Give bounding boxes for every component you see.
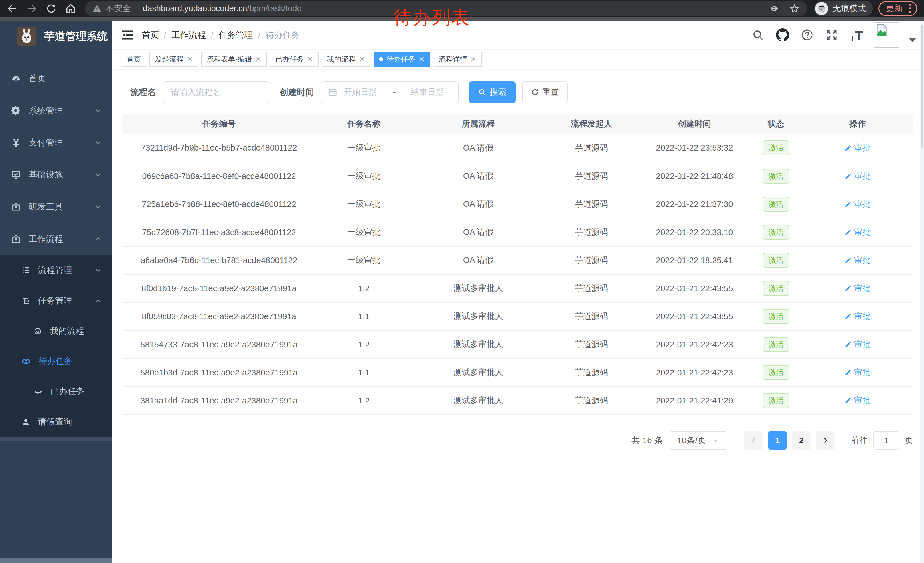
cell-task-name: 1.1 bbox=[315, 302, 412, 330]
browser-home-button[interactable] bbox=[64, 2, 77, 15]
sidebar-item-leave-query[interactable]: 请假查询 bbox=[0, 406, 112, 437]
table-row: a6aba0a4-7b6d-11ec-b781-acde48001122 一级审… bbox=[123, 246, 914, 274]
approve-link[interactable]: 审批 bbox=[844, 311, 871, 322]
browser-forward-button[interactable] bbox=[25, 2, 38, 15]
tab-label: 发起流程 bbox=[155, 54, 183, 64]
approve-link[interactable]: 审批 bbox=[844, 255, 871, 266]
sidebar-item-process-management[interactable]: 流程管理 bbox=[0, 255, 112, 285]
browser-update-button[interactable]: 更新 bbox=[879, 1, 917, 16]
sidebar-collapse-button[interactable] bbox=[121, 29, 134, 42]
status-badge: 激活 bbox=[763, 393, 789, 408]
tab-close-icon[interactable]: ✕ bbox=[419, 55, 424, 63]
page-button-2[interactable]: 2 bbox=[792, 431, 811, 450]
toolbox-icon bbox=[11, 201, 21, 212]
goto-page-input[interactable] bbox=[873, 431, 899, 450]
approve-link[interactable]: 审批 bbox=[844, 395, 871, 406]
cell-task-id: a6aba0a4-7b6d-11ec-b781-acde48001122 bbox=[123, 246, 315, 274]
browser-refresh-button[interactable] bbox=[45, 2, 58, 15]
tab-close-icon[interactable]: ✕ bbox=[187, 55, 193, 63]
view-tab[interactable]: 流程详情 ✕ bbox=[433, 51, 482, 67]
bookmark-star-icon[interactable] bbox=[789, 3, 800, 14]
breadcrumb-home[interactable]: 首页 bbox=[142, 29, 159, 41]
page-button-1[interactable]: 1 bbox=[768, 431, 787, 450]
browser-back-button[interactable] bbox=[6, 2, 19, 15]
browser-menu-icon[interactable] bbox=[908, 3, 912, 14]
end-date-placeholder: 结束日期 bbox=[411, 87, 444, 98]
cell-process: 测试多审批人 bbox=[412, 302, 544, 330]
chevron-down-icon bbox=[94, 171, 102, 179]
sidebar-item-workflow[interactable]: 工作流程 bbox=[0, 223, 112, 255]
approve-link[interactable]: 审批 bbox=[844, 283, 871, 294]
sidebar-item-task-management[interactable]: 任务管理 bbox=[0, 285, 112, 316]
sidebar-item-dev-tools[interactable]: 研发工具 bbox=[0, 191, 112, 223]
sidebar-item-infrastructure[interactable]: 基础设施 bbox=[0, 159, 112, 191]
search-button[interactable]: 搜索 bbox=[469, 81, 516, 103]
page-size-select[interactable]: 10条/页 bbox=[670, 431, 726, 450]
github-link[interactable] bbox=[775, 27, 790, 42]
reset-button[interactable]: 重置 bbox=[522, 81, 568, 103]
question-circle-icon bbox=[801, 29, 813, 41]
sidebar-item-system[interactable]: 系统管理 bbox=[0, 95, 112, 126]
tab-close-icon[interactable]: ✕ bbox=[255, 55, 261, 63]
tab-close-icon[interactable]: ✕ bbox=[308, 55, 313, 63]
edit-pencil-icon bbox=[844, 369, 852, 376]
fullscreen-button[interactable] bbox=[824, 27, 839, 42]
user-avatar[interactable] bbox=[874, 22, 899, 48]
approve-link[interactable]: 审批 bbox=[844, 339, 871, 350]
search-icon bbox=[478, 88, 486, 96]
cell-task-name: 一级审批 bbox=[315, 162, 412, 190]
view-tab[interactable]: 已办任务 ✕ bbox=[270, 51, 319, 67]
view-tab[interactable]: 流程表单-编辑 ✕ bbox=[201, 51, 267, 67]
font-size-button[interactable]: TT bbox=[849, 27, 864, 42]
tab-close-icon[interactable]: ✕ bbox=[359, 55, 365, 63]
next-page-button[interactable] bbox=[816, 431, 835, 450]
sidebar-item-done-tasks[interactable]: 已办任务 bbox=[0, 377, 112, 406]
sidebar-item-label: 已办任务 bbox=[50, 386, 85, 398]
view-tab[interactable]: 首页 bbox=[121, 51, 146, 67]
cell-created: 2022-01-21 22:43:55 bbox=[639, 302, 750, 330]
process-name-label: 流程名 bbox=[130, 87, 156, 98]
breadcrumb-task-management[interactable]: 任务管理 bbox=[219, 29, 253, 41]
chevron-down-icon bbox=[94, 139, 102, 147]
help-doc-button[interactable] bbox=[800, 27, 814, 42]
approve-link[interactable]: 审批 bbox=[844, 142, 871, 154]
approve-link[interactable]: 审批 bbox=[844, 170, 871, 182]
view-tab[interactable]: 待办任务 ✕ bbox=[374, 51, 430, 67]
breadcrumb-workflow[interactable]: 工作流程 bbox=[171, 29, 206, 41]
cell-task-name: 1.2 bbox=[315, 330, 412, 359]
tab-label: 我的流程 bbox=[327, 54, 356, 64]
cell-task-id: 381aa1dd-7ac8-11ec-a9e2-a2380e71991a bbox=[123, 387, 315, 415]
approve-link[interactable]: 审批 bbox=[844, 227, 871, 238]
cell-task-id: 069c6a63-7b8a-11ec-8ef0-acde48001122 bbox=[123, 162, 315, 190]
scrollbar-thumb[interactable] bbox=[921, 25, 923, 148]
security-label: 不安全 bbox=[106, 3, 131, 14]
cell-task-id: 75d72608-7b7f-11ec-a3c8-acde48001122 bbox=[123, 218, 315, 246]
incognito-icon bbox=[815, 2, 828, 15]
approve-link[interactable]: 审批 bbox=[844, 367, 871, 378]
cell-task-name: 1.2 bbox=[315, 274, 412, 302]
date-range-picker[interactable]: 开始日期 - 结束日期 bbox=[321, 81, 459, 103]
table-row: 725a1eb6-7b88-11ec-8ef0-acde48001122 一级审… bbox=[123, 190, 914, 218]
sidebar-item-payment[interactable]: ¥ 支付管理 bbox=[0, 126, 112, 159]
view-tab[interactable]: 我的流程 ✕ bbox=[322, 51, 370, 67]
view-tab[interactable]: 发起流程 ✕ bbox=[149, 51, 198, 67]
cell-initiator: 芋道源码 bbox=[544, 162, 639, 190]
process-name-input[interactable] bbox=[163, 81, 269, 103]
cell-task-id: 58154733-7ac8-11ec-a9e2-a2380e71991a bbox=[123, 330, 315, 359]
table-row: 73211d9d-7b9b-11ec-b5b7-acde48001122 一级审… bbox=[123, 134, 914, 162]
tags-view-bar: 首页 发起流程 ✕ 流程表单-编辑 ✕ 已办任务 bbox=[112, 49, 924, 69]
sidebar-item-my-process[interactable]: 我的流程 bbox=[0, 316, 112, 346]
page-scrollbar[interactable] bbox=[920, 21, 924, 563]
prev-page-button[interactable] bbox=[744, 431, 762, 450]
sidebar-item-todo-tasks[interactable]: 待办任务 bbox=[0, 346, 112, 377]
password-key-icon[interactable] bbox=[770, 3, 780, 14]
tab-close-icon[interactable]: ✕ bbox=[471, 55, 476, 63]
edit-pencil-icon bbox=[844, 173, 852, 180]
approve-link[interactable]: 审批 bbox=[844, 198, 871, 210]
cell-initiator: 芋道源码 bbox=[544, 246, 639, 274]
sidebar-item-home[interactable]: 首页 bbox=[0, 62, 112, 95]
avatar-dropdown-caret[interactable] bbox=[909, 38, 916, 42]
status-badge: 激活 bbox=[763, 309, 789, 324]
status-badge: 激活 bbox=[763, 169, 789, 184]
header-search-button[interactable] bbox=[750, 27, 765, 42]
